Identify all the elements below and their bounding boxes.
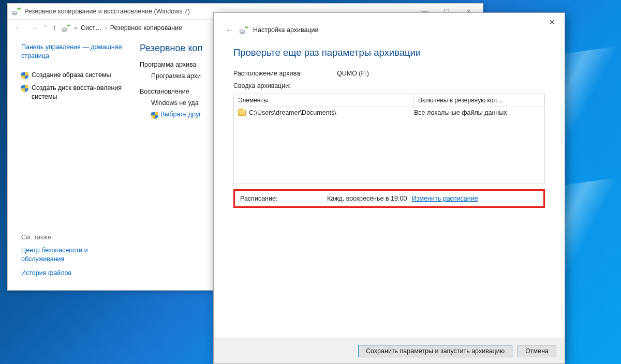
backup-restore-icon [240,26,249,34]
schedule-highlight: Расписание: Кажд. воскресенье в 19:00 Из… [233,189,545,208]
save-and-run-button[interactable]: Сохранить параметры и запустить архиваци… [358,345,512,357]
backup-restore-icon [62,24,71,32]
see-also-section: См. также Центр безопасности и обслужива… [21,234,130,283]
backup-location-label: Расположение архива: [233,70,337,77]
backup-location-value: QUMO (F:) [337,70,369,77]
column-included[interactable]: Включены в резервную коп… [414,94,544,107]
create-system-image-label: Создание образа системы [32,71,111,80]
change-schedule-link[interactable]: Изменить расписание [412,195,478,202]
schedule-value: Кажд. воскресенье в 19:00 [327,195,407,202]
nav-history-dropdown[interactable]: ˅ [44,24,47,32]
shield-icon [151,112,158,119]
dialog-header: ← Настройка архивации [214,13,565,39]
backup-summary-label: Сводка архивации: [233,82,545,89]
item-included-value: Все локальные файлы данных [414,109,540,116]
shield-icon [21,85,28,92]
nav-back-button[interactable]: ← [11,22,25,34]
shield-icon [21,72,28,79]
select-other-backup-link[interactable]: Выбрать друг [151,111,201,118]
dialog-close-button[interactable]: ✕ [545,16,559,28]
create-recovery-disc-label: Создать диск восстановления системы [32,84,130,101]
svg-point-3 [62,27,67,29]
backup-setup-dialog: ✕ ← Настройка архивации Проверьте еще ра… [213,12,565,364]
security-center-link[interactable]: Центр безопасности и обслуживания [21,246,130,264]
backup-restore-icon [12,7,21,16]
nav-forward-button[interactable]: → [27,22,42,34]
svg-point-5 [240,30,245,32]
breadcrumb-backup[interactable]: Резервное копирование [110,24,182,32]
breadcrumb-system[interactable]: Сист… [81,24,102,32]
nav-up-button[interactable]: ↑ [49,22,60,34]
chevron-right-icon: « [74,24,78,32]
schedule-label: Расписание: [240,195,327,202]
svg-point-1 [12,11,17,13]
dialog-content: Проверьте еще раз параметры архивации Ра… [214,39,565,208]
wizard-back-button[interactable]: ← [223,25,235,35]
column-items[interactable]: Элементы [234,94,414,107]
folder-icon [238,110,246,116]
create-recovery-disc-link[interactable]: Создать диск восстановления системы [21,84,130,101]
select-other-backup-label: Выбрать друг [160,111,201,118]
file-history-link[interactable]: История файлов [21,269,130,278]
review-settings-heading: Проверьте еще раз параметры архивации [233,47,545,58]
window-title: Резервное копирование и восстановление (… [24,8,190,15]
item-path: C:\Users\dreamer\Documents\ [249,109,336,116]
backup-items-table: Элементы Включены в резервную коп… C:\Us… [233,94,545,184]
chevron-right-icon: › [105,24,107,32]
see-also-heading: См. также [21,234,130,241]
dialog-button-bar: Сохранить параметры и запустить архиваци… [214,338,565,363]
table-header: Элементы Включены в резервную коп… [234,94,544,107]
cancel-button[interactable]: Отмена [518,345,556,357]
control-panel-home-link[interactable]: Панель управления — домашняя страница [21,43,130,60]
table-row[interactable]: C:\Users\dreamer\Documents\ Все локальны… [234,107,544,118]
dialog-title: Настройка архивации [253,26,319,34]
create-system-image-link[interactable]: Создание образа системы [21,71,130,80]
